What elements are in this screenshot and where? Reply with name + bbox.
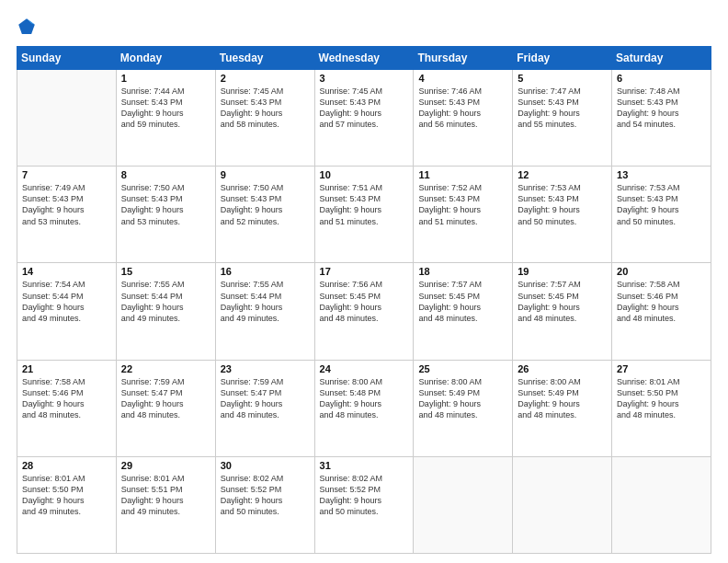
cell-info: Sunrise: 7:51 AMSunset: 5:43 PMDaylight:… [320, 182, 409, 227]
sunrise-text: Sunrise: 8:01 AM [121, 474, 185, 483]
day-number: 6 [617, 73, 706, 84]
calendar-week: 28Sunrise: 8:01 AMSunset: 5:50 PMDayligh… [17, 456, 711, 553]
sunset-text: Sunset: 5:52 PM [221, 485, 282, 494]
daylight-text: Daylight: 9 hoursand 50 minutes. [320, 496, 382, 516]
logo-icon [17, 17, 37, 37]
day-number: 26 [518, 363, 607, 374]
page: SundayMondayTuesdayWednesdayThursdayFrid… [0, 0, 728, 563]
day-number: 29 [121, 460, 210, 471]
day-number: 1 [121, 73, 210, 84]
cell-info: Sunrise: 8:00 AMSunset: 5:48 PMDaylight:… [320, 376, 409, 421]
cell-info: Sunrise: 7:47 AMSunset: 5:43 PMDaylight:… [518, 86, 607, 131]
cell-info: Sunrise: 7:57 AMSunset: 5:45 PMDaylight:… [518, 279, 607, 324]
day-number: 17 [320, 266, 409, 277]
sunset-text: Sunset: 5:43 PM [418, 98, 480, 107]
weekday-header: Monday [116, 47, 215, 70]
sunset-text: Sunset: 5:48 PM [320, 388, 381, 397]
logo [17, 17, 40, 37]
daylight-text: Daylight: 9 hoursand 49 minutes. [121, 496, 184, 516]
sunset-text: Sunset: 5:47 PM [221, 388, 282, 397]
sunrise-text: Sunrise: 7:50 AM [121, 183, 185, 192]
sunset-text: Sunset: 5:45 PM [518, 292, 579, 301]
day-number: 28 [22, 460, 111, 471]
sunset-text: Sunset: 5:44 PM [221, 292, 282, 301]
cell-info: Sunrise: 7:52 AMSunset: 5:43 PMDaylight:… [418, 182, 507, 227]
cell-info: Sunrise: 7:50 AMSunset: 5:43 PMDaylight:… [121, 182, 210, 227]
sunrise-text: Sunrise: 7:58 AM [22, 377, 85, 386]
calendar-cell: 24Sunrise: 8:00 AMSunset: 5:48 PMDayligh… [314, 360, 414, 456]
cell-info: Sunrise: 8:01 AMSunset: 5:50 PMDaylight:… [22, 473, 111, 518]
calendar-cell: 9Sunrise: 7:50 AMSunset: 5:43 PMDaylight… [215, 167, 314, 263]
calendar-cell: 19Sunrise: 7:57 AMSunset: 5:45 PMDayligh… [513, 263, 612, 360]
sunset-text: Sunset: 5:43 PM [121, 98, 183, 107]
sunset-text: Sunset: 5:43 PM [121, 194, 183, 203]
weekday-header: Thursday [414, 47, 513, 70]
calendar-cell [513, 456, 612, 553]
daylight-text: Daylight: 9 hoursand 49 minutes. [22, 496, 85, 516]
cell-info: Sunrise: 7:44 AMSunset: 5:43 PMDaylight:… [121, 86, 210, 131]
cell-info: Sunrise: 7:49 AMSunset: 5:43 PMDaylight:… [22, 182, 111, 227]
calendar-cell: 16Sunrise: 7:55 AMSunset: 5:44 PMDayligh… [215, 263, 314, 360]
calendar-cell: 14Sunrise: 7:54 AMSunset: 5:44 PMDayligh… [17, 263, 117, 360]
sunset-text: Sunset: 5:43 PM [518, 98, 579, 107]
daylight-text: Daylight: 9 hoursand 56 minutes. [418, 109, 481, 129]
sunrise-text: Sunrise: 7:57 AM [518, 280, 581, 289]
sunset-text: Sunset: 5:43 PM [320, 194, 381, 203]
day-number: 27 [617, 363, 706, 374]
day-number: 25 [418, 363, 507, 374]
sunrise-text: Sunrise: 7:49 AM [22, 183, 85, 192]
sunset-text: Sunset: 5:44 PM [121, 292, 183, 301]
cell-info: Sunrise: 8:00 AMSunset: 5:49 PMDaylight:… [518, 376, 607, 421]
sunrise-text: Sunrise: 8:00 AM [518, 377, 581, 386]
calendar-cell [414, 456, 513, 553]
sunset-text: Sunset: 5:45 PM [418, 292, 480, 301]
cell-info: Sunrise: 7:55 AMSunset: 5:44 PMDaylight:… [221, 279, 310, 324]
daylight-text: Daylight: 9 hoursand 52 minutes. [221, 205, 283, 225]
sunrise-text: Sunrise: 7:45 AM [320, 86, 383, 96]
cell-info: Sunrise: 7:54 AMSunset: 5:44 PMDaylight:… [22, 279, 111, 324]
sunset-text: Sunset: 5:52 PM [320, 485, 381, 494]
day-number: 12 [518, 169, 607, 180]
cell-info: Sunrise: 7:53 AMSunset: 5:43 PMDaylight:… [617, 182, 706, 227]
daylight-text: Daylight: 9 hoursand 48 minutes. [418, 399, 481, 419]
sunrise-text: Sunrise: 7:57 AM [418, 280, 482, 289]
calendar-cell: 15Sunrise: 7:55 AMSunset: 5:44 PMDayligh… [116, 263, 215, 360]
calendar-table: SundayMondayTuesdayWednesdayThursdayFrid… [17, 46, 711, 554]
sunrise-text: Sunrise: 7:51 AM [320, 183, 383, 192]
day-number: 2 [221, 73, 310, 84]
daylight-text: Daylight: 9 hoursand 49 minutes. [221, 303, 283, 323]
cell-info: Sunrise: 7:45 AMSunset: 5:43 PMDaylight:… [320, 86, 409, 131]
sunset-text: Sunset: 5:43 PM [320, 98, 381, 107]
calendar-week: 1Sunrise: 7:44 AMSunset: 5:43 PMDaylight… [17, 70, 711, 167]
sunrise-text: Sunrise: 7:56 AM [320, 280, 383, 289]
daylight-text: Daylight: 9 hoursand 48 minutes. [121, 399, 184, 419]
day-number: 21 [22, 363, 111, 374]
daylight-text: Daylight: 9 hoursand 48 minutes. [617, 399, 679, 419]
weekday-header: Tuesday [215, 47, 314, 70]
daylight-text: Daylight: 9 hoursand 48 minutes. [320, 399, 382, 419]
calendar-cell: 18Sunrise: 7:57 AMSunset: 5:45 PMDayligh… [414, 263, 513, 360]
sunset-text: Sunset: 5:43 PM [22, 194, 84, 203]
sunrise-text: Sunrise: 8:02 AM [221, 474, 284, 483]
calendar-week: 14Sunrise: 7:54 AMSunset: 5:44 PMDayligh… [17, 263, 711, 360]
day-number: 24 [320, 363, 409, 374]
header [17, 17, 711, 37]
daylight-text: Daylight: 9 hoursand 48 minutes. [320, 303, 382, 323]
sunset-text: Sunset: 5:43 PM [617, 98, 678, 107]
daylight-text: Daylight: 9 hoursand 51 minutes. [418, 205, 481, 225]
calendar-week: 21Sunrise: 7:58 AMSunset: 5:46 PMDayligh… [17, 360, 711, 456]
sunrise-text: Sunrise: 8:01 AM [617, 377, 680, 386]
cell-info: Sunrise: 8:01 AMSunset: 5:51 PMDaylight:… [121, 473, 210, 518]
sunrise-text: Sunrise: 7:54 AM [22, 280, 85, 289]
sunset-text: Sunset: 5:47 PM [121, 388, 183, 397]
cell-info: Sunrise: 8:02 AMSunset: 5:52 PMDaylight:… [221, 473, 310, 518]
cell-info: Sunrise: 8:02 AMSunset: 5:52 PMDaylight:… [320, 473, 409, 518]
day-number: 13 [617, 169, 706, 180]
calendar-cell: 17Sunrise: 7:56 AMSunset: 5:45 PMDayligh… [314, 263, 414, 360]
sunset-text: Sunset: 5:51 PM [121, 485, 183, 494]
sunrise-text: Sunrise: 7:45 AM [221, 86, 284, 96]
sunset-text: Sunset: 5:43 PM [221, 194, 282, 203]
sunrise-text: Sunrise: 7:55 AM [221, 280, 284, 289]
sunset-text: Sunset: 5:43 PM [518, 194, 579, 203]
calendar-cell: 11Sunrise: 7:52 AMSunset: 5:43 PMDayligh… [414, 167, 513, 263]
